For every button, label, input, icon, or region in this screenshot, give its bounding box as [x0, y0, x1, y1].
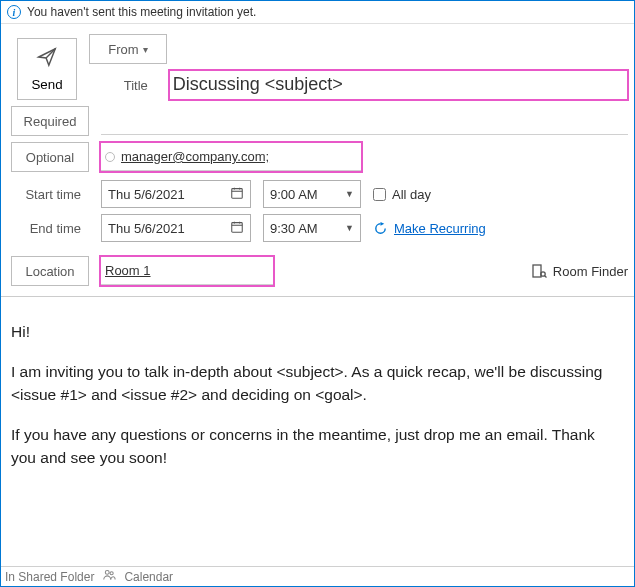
svg-point-4 [106, 570, 110, 574]
room-finder-button[interactable]: Room Finder [531, 263, 628, 279]
start-time-label: Start time [11, 187, 89, 202]
calendar-status: Calendar [124, 570, 173, 584]
info-text: You haven't sent this meeting invitation… [27, 5, 256, 19]
svg-rect-2 [533, 265, 541, 277]
start-date-value: Thu 5/6/2021 [108, 187, 185, 202]
meeting-form: Send From ▾ Title Required [1, 24, 634, 297]
title-label: Title [89, 70, 157, 100]
info-bar: i You haven't sent this meeting invitati… [1, 1, 634, 24]
calendar-icon [230, 186, 244, 203]
required-button[interactable]: Required [11, 106, 89, 136]
start-date-picker[interactable]: Thu 5/6/2021 [101, 180, 251, 208]
availability-dot-icon [105, 152, 115, 162]
svg-rect-0 [232, 188, 243, 198]
send-label: Send [31, 77, 62, 92]
location-button[interactable]: Location [11, 256, 89, 286]
chevron-down-icon: ▼ [345, 223, 354, 233]
all-day-input[interactable] [373, 188, 386, 201]
chevron-down-icon: ▼ [345, 189, 354, 199]
info-icon: i [7, 5, 21, 19]
end-date-value: Thu 5/6/2021 [108, 221, 185, 236]
optional-button[interactable]: Optional [11, 142, 89, 172]
people-icon [102, 568, 116, 585]
all-day-checkbox[interactable]: All day [373, 187, 431, 202]
from-label: From [108, 42, 138, 57]
svg-rect-1 [232, 222, 243, 232]
end-time-label: End time [11, 221, 89, 236]
required-field[interactable] [101, 107, 628, 135]
end-time-value: 9:30 AM [270, 221, 318, 236]
all-day-label: All day [392, 187, 431, 202]
optional-attendee[interactable]: manager@company.com; [121, 149, 269, 164]
status-bar: In Shared Folder Calendar [1, 566, 634, 586]
send-icon [36, 46, 58, 71]
make-recurring-label: Make Recurring [394, 221, 486, 236]
make-recurring-link[interactable]: Make Recurring [373, 221, 486, 236]
room-finder-label: Room Finder [553, 264, 628, 279]
folder-status: In Shared Folder [5, 570, 94, 584]
svg-point-5 [110, 572, 113, 575]
send-button[interactable]: Send [17, 38, 77, 100]
location-value: Room 1 [105, 263, 151, 278]
start-time-picker[interactable]: 9:00 AM ▼ [263, 180, 361, 208]
start-time-value: 9:00 AM [270, 187, 318, 202]
optional-field[interactable]: manager@company.com; [101, 143, 361, 171]
calendar-icon [230, 220, 244, 237]
chevron-down-icon: ▾ [143, 44, 148, 55]
location-field[interactable]: Room 1 [101, 257, 273, 285]
body-paragraph: I am inviting you to talk in-depth about… [11, 361, 624, 406]
room-finder-icon [531, 263, 547, 279]
end-time-picker[interactable]: 9:30 AM ▼ [263, 214, 361, 242]
recurring-icon [373, 221, 388, 236]
message-body[interactable]: Hi! I am inviting you to talk in-depth a… [1, 297, 634, 497]
from-button[interactable]: From ▾ [89, 34, 167, 64]
end-date-picker[interactable]: Thu 5/6/2021 [101, 214, 251, 242]
title-input[interactable] [169, 70, 628, 100]
body-paragraph: Hi! [11, 321, 624, 343]
body-paragraph: If you have any questions or concerns in… [11, 424, 624, 469]
